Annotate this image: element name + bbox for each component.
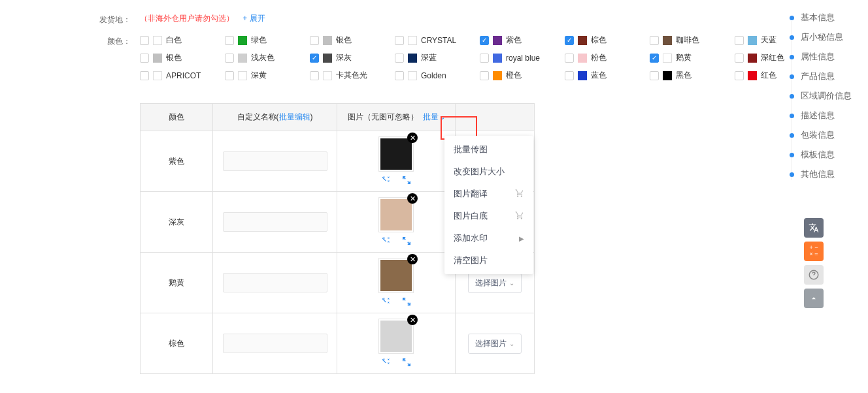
- color-checkbox[interactable]: [395, 36, 404, 45]
- remove-image-button[interactable]: ✕: [407, 315, 418, 325]
- remove-image-button[interactable]: ✕: [407, 193, 418, 204]
- color-swatch: [748, 54, 757, 63]
- color-checkbox[interactable]: [395, 54, 404, 63]
- color-option[interactable]: 蓝色: [565, 70, 650, 81]
- color-option[interactable]: 深黄: [225, 70, 310, 81]
- translate-button[interactable]: [804, 218, 824, 238]
- color-option[interactable]: APRICOT: [140, 70, 225, 81]
- dropdown-item[interactable]: 图片白底: [444, 205, 533, 227]
- nav-item[interactable]: 店小秘信息: [790, 31, 855, 43]
- color-option[interactable]: 橙色: [480, 70, 565, 81]
- color-checkbox[interactable]: [565, 71, 574, 80]
- batch-dropdown-trigger[interactable]: 批量⌄: [423, 112, 445, 123]
- nav-item[interactable]: 基本信息: [790, 12, 855, 24]
- remove-image-button[interactable]: ✕: [407, 133, 418, 143]
- expand-icon[interactable]: [401, 235, 412, 247]
- custom-name-input[interactable]: [223, 334, 327, 353]
- color-checkbox[interactable]: [140, 36, 149, 45]
- color-label: 橙色: [506, 70, 522, 81]
- color-checkbox[interactable]: [310, 54, 319, 63]
- color-label: 咖啡色: [676, 35, 699, 46]
- color-checkbox[interactable]: [735, 36, 744, 45]
- magic-wand-icon[interactable]: [380, 174, 392, 186]
- color-checkbox[interactable]: [140, 54, 149, 63]
- nav-item[interactable]: 模板信息: [790, 149, 855, 161]
- remove-image-button[interactable]: ✕: [407, 254, 418, 264]
- dropdown-item[interactable]: 清空图片: [444, 249, 533, 272]
- color-option[interactable]: 银色: [140, 52, 225, 63]
- color-checkbox[interactable]: [735, 71, 744, 80]
- color-swatch: [408, 54, 417, 63]
- dropdown-item[interactable]: 改变图片大小: [444, 161, 533, 183]
- magic-wand-icon[interactable]: [380, 296, 392, 307]
- color-label: Golden: [421, 71, 446, 80]
- color-label: 蓝色: [591, 70, 607, 81]
- color-option[interactable]: 浅灰色: [225, 52, 310, 63]
- select-image-button[interactable]: 选择图片⌄: [468, 334, 522, 354]
- select-image-button[interactable]: 选择图片⌄: [468, 273, 522, 293]
- dropdown-item[interactable]: 图片翻译: [444, 183, 533, 205]
- scroll-top-button[interactable]: [804, 289, 824, 308]
- color-checkbox[interactable]: [735, 54, 744, 63]
- calculator-button[interactable]: + −× =: [804, 242, 824, 261]
- color-checkbox[interactable]: [225, 54, 234, 63]
- color-swatch: [323, 36, 332, 45]
- color-label: 深蓝: [421, 52, 437, 63]
- color-swatch: [323, 54, 332, 63]
- color-option[interactable]: royal blue: [480, 52, 565, 63]
- dropdown-item[interactable]: 添加水印▶: [444, 227, 533, 249]
- color-option[interactable]: 鹅黄: [650, 52, 735, 63]
- magic-wand-icon[interactable]: [380, 235, 392, 247]
- color-checkbox[interactable]: [650, 54, 659, 63]
- expand-link[interactable]: + 展开: [242, 14, 265, 23]
- color-option[interactable]: 卡其色光: [310, 70, 395, 81]
- nav-dot-icon: [790, 35, 794, 40]
- color-checkbox[interactable]: [650, 36, 659, 45]
- color-option[interactable]: 棕色: [565, 35, 650, 46]
- color-checkbox[interactable]: [480, 54, 489, 63]
- magic-wand-icon[interactable]: [380, 356, 392, 368]
- custom-name-input[interactable]: [223, 212, 327, 232]
- chevron-down-icon: ⌄: [509, 279, 514, 287]
- expand-icon[interactable]: [401, 356, 412, 368]
- nav-item[interactable]: 其他信息: [790, 168, 855, 180]
- nav-item[interactable]: 包装信息: [790, 129, 855, 141]
- custom-name-input[interactable]: [223, 273, 327, 292]
- color-swatch: [153, 71, 162, 80]
- color-option[interactable]: 深蓝: [395, 52, 480, 63]
- nav-item[interactable]: 区域调价信息: [790, 90, 855, 102]
- batch-edit-link[interactable]: 批量编辑: [279, 112, 310, 121]
- color-checkbox[interactable]: [480, 36, 489, 45]
- color-option[interactable]: CRYSTAL: [395, 35, 480, 46]
- color-checkbox[interactable]: [565, 54, 574, 63]
- color-checkbox[interactable]: [225, 71, 234, 80]
- color-label: 天蓝: [761, 35, 776, 46]
- color-checkbox[interactable]: [310, 71, 319, 80]
- custom-name-input[interactable]: [223, 151, 327, 171]
- color-checkbox[interactable]: [565, 36, 574, 45]
- nav-item[interactable]: 描述信息: [790, 110, 855, 121]
- color-option[interactable]: Golden: [395, 70, 480, 81]
- color-option[interactable]: 深灰: [310, 52, 395, 63]
- color-checkbox[interactable]: [480, 71, 489, 80]
- expand-icon[interactable]: [401, 296, 412, 307]
- color-checkbox[interactable]: [225, 36, 234, 45]
- color-option[interactable]: 黑色: [650, 70, 735, 81]
- color-option[interactable]: 银色: [310, 35, 395, 46]
- expand-icon[interactable]: [401, 174, 412, 186]
- nav-item[interactable]: 属性信息: [790, 51, 855, 63]
- color-checkbox[interactable]: [140, 71, 149, 80]
- help-button[interactable]: [804, 265, 824, 285]
- color-swatch: [663, 36, 672, 45]
- color-checkbox[interactable]: [310, 36, 319, 45]
- color-swatch: [748, 71, 757, 80]
- color-checkbox[interactable]: [395, 71, 404, 80]
- color-option[interactable]: 白色: [140, 35, 225, 46]
- color-option[interactable]: 咖啡色: [650, 35, 735, 46]
- color-checkbox[interactable]: [650, 71, 659, 80]
- dropdown-item[interactable]: 批量传图: [444, 138, 533, 161]
- color-option[interactable]: 粉色: [565, 52, 650, 63]
- nav-item[interactable]: 产品信息: [790, 71, 855, 82]
- color-option[interactable]: 紫色: [480, 35, 565, 46]
- color-option[interactable]: 绿色: [225, 35, 310, 46]
